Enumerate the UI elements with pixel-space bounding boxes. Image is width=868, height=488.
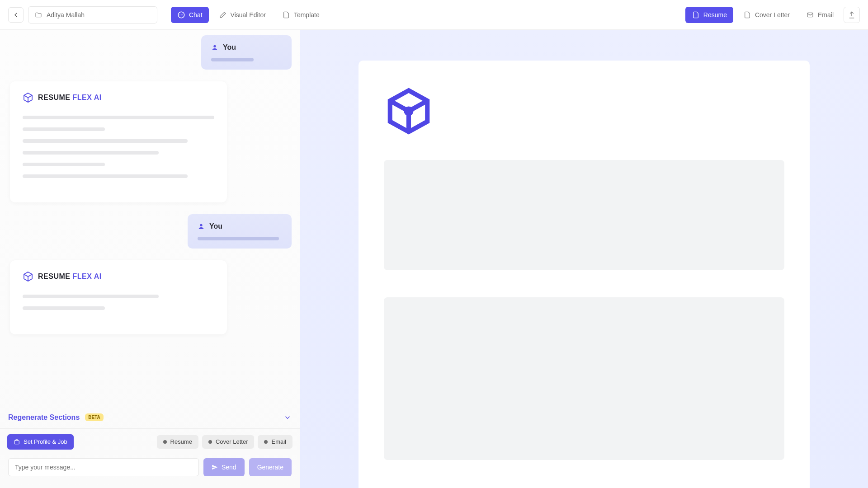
skeleton-line — [23, 116, 214, 119]
ai-message: RESUME FLEX AI — [10, 81, 227, 202]
cube-logo-icon — [384, 82, 434, 140]
skeleton-line — [23, 295, 159, 298]
dot-icon — [208, 440, 212, 444]
skeleton-line — [23, 306, 105, 310]
svg-rect-4 — [14, 441, 19, 444]
pencil-icon — [219, 11, 227, 19]
pill-cover-letter[interactable]: Cover Letter — [202, 435, 255, 449]
share-button[interactable] — [844, 7, 860, 23]
svg-point-5 — [406, 109, 411, 114]
file-icon — [743, 11, 751, 19]
folder-name-field[interactable]: Aditya Mallah — [28, 6, 157, 23]
regenerate-sections-bar[interactable]: Regenerate Sections BETA — [0, 406, 300, 428]
chat-pane: You RESUME FLEX AI You — [0, 30, 300, 488]
chat-scroll[interactable]: You RESUME FLEX AI You — [0, 30, 300, 406]
svg-point-3 — [200, 224, 202, 226]
tab-email[interactable]: Email — [800, 7, 840, 23]
document-preview — [359, 61, 810, 488]
user-icon — [198, 223, 205, 230]
skeleton-line — [23, 163, 105, 166]
header: Aditya Mallah Chat Visual Editor Templat… — [0, 0, 868, 30]
skeleton-line — [23, 127, 105, 131]
tab-visual-editor[interactable]: Visual Editor — [212, 7, 272, 23]
mail-icon — [806, 11, 814, 19]
preview-pane[interactable] — [300, 30, 868, 488]
ai-name: RESUME FLEX AI — [38, 94, 102, 102]
chevron-left-icon — [12, 11, 19, 19]
user-message: You — [201, 35, 292, 70]
back-button[interactable] — [8, 7, 24, 23]
file-icon — [692, 11, 700, 19]
ai-logo-icon — [23, 271, 33, 282]
pill-email[interactable]: Email — [258, 435, 292, 449]
skeleton-line — [23, 174, 188, 178]
svg-point-2 — [213, 45, 216, 47]
skeleton-line — [23, 139, 188, 143]
doc-placeholder-block — [384, 297, 784, 460]
chevron-down-icon — [283, 413, 292, 422]
ai-message: RESUME FLEX AI — [10, 260, 227, 334]
skeleton-line — [211, 58, 254, 61]
user-message: You — [188, 214, 292, 249]
folder-name: Aditya Mallah — [47, 11, 85, 19]
skeleton-line — [23, 151, 159, 155]
action-row: Set Profile & Job Resume Cover Letter Em… — [0, 428, 300, 455]
dot-icon — [163, 440, 167, 444]
ai-logo-icon — [23, 92, 33, 103]
user-icon — [211, 44, 218, 51]
document-icon — [282, 11, 290, 19]
tab-resume[interactable]: Resume — [685, 7, 733, 23]
header-tabs-left: Chat Visual Editor Template — [171, 7, 326, 23]
pill-resume[interactable]: Resume — [157, 435, 198, 449]
briefcase-icon — [14, 439, 20, 445]
beta-badge: BETA — [85, 413, 103, 421]
tab-cover-letter[interactable]: Cover Letter — [737, 7, 796, 23]
doc-placeholder-block — [384, 160, 784, 270]
regenerate-title: Regenerate Sections — [8, 413, 80, 422]
dot-icon — [264, 440, 268, 444]
ai-name: RESUME FLEX AI — [38, 272, 102, 281]
set-profile-job-button[interactable]: Set Profile & Job — [7, 434, 74, 450]
generate-button[interactable]: Generate — [249, 458, 292, 476]
input-row: Send Generate — [0, 455, 300, 488]
folder-icon — [35, 11, 42, 19]
header-tabs-right: Resume Cover Letter Email — [685, 7, 860, 23]
skeleton-line — [198, 237, 279, 240]
send-icon — [212, 464, 218, 470]
share-icon — [848, 11, 856, 19]
tab-chat[interactable]: Chat — [171, 7, 209, 23]
message-input[interactable] — [8, 458, 199, 476]
chat-icon — [177, 11, 185, 19]
send-button[interactable]: Send — [203, 458, 245, 476]
tab-template[interactable]: Template — [276, 7, 326, 23]
